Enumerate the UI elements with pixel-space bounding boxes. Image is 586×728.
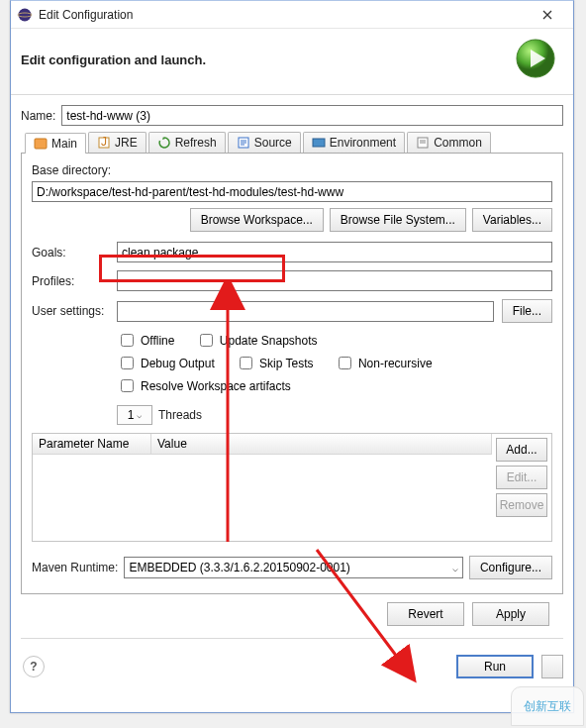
window-title: Edit Configuration	[39, 8, 528, 22]
offline-checkbox[interactable]: Offline	[117, 331, 174, 350]
tab-source[interactable]: Source	[228, 132, 301, 153]
name-label: Name:	[21, 109, 55, 123]
threads-select[interactable]: 1⌵	[117, 405, 152, 425]
maven-runtime-label: Maven Runtime:	[32, 561, 118, 574]
name-input[interactable]	[61, 105, 563, 126]
edit-param-button: Edit...	[496, 466, 547, 489]
add-param-button[interactable]: Add...	[496, 438, 547, 462]
title-bar: Edit Configuration	[11, 1, 573, 29]
profiles-input[interactable]	[117, 270, 552, 291]
revert-button[interactable]: Revert	[387, 602, 464, 626]
base-directory-input[interactable]	[32, 181, 552, 202]
parameters-table: Parameter Name Value Add... Edit... Remo…	[32, 433, 552, 542]
help-icon[interactable]: ?	[23, 656, 45, 677]
svg-rect-3	[35, 139, 47, 149]
tab-main[interactable]: Main	[25, 133, 86, 154]
user-settings-label: User settings:	[32, 304, 109, 318]
run-icon	[514, 37, 557, 80]
resolve-workspace-checkbox[interactable]: Resolve Workspace artifacts	[117, 376, 291, 395]
non-recursive-checkbox[interactable]: Non-recursive	[335, 354, 433, 372]
update-snapshots-checkbox[interactable]: Update Snapshots	[196, 331, 318, 350]
tab-common[interactable]: Common	[407, 132, 491, 153]
dialog-header: Edit configuration and launch.	[11, 29, 573, 95]
goals-label: Goals:	[32, 246, 109, 260]
browse-filesystem-button[interactable]: Browse File System...	[330, 208, 466, 232]
maven-runtime-select[interactable]: EMBEDDED (3.3.3/1.6.2.20150902-0001) ⌵	[124, 557, 463, 578]
file-button[interactable]: File...	[502, 299, 552, 323]
table-body[interactable]	[33, 455, 492, 541]
profiles-label: Profiles:	[32, 274, 109, 288]
table-header: Parameter Name Value	[33, 434, 492, 455]
tab-panel-main: Base directory: Browse Workspace... Brow…	[21, 154, 563, 594]
svg-rect-7	[313, 139, 325, 147]
goals-input[interactable]	[117, 242, 552, 262]
chevron-down-icon: ⌵	[452, 563, 458, 573]
watermark: 创新互联	[511, 686, 584, 726]
debug-output-checkbox[interactable]: Debug Output	[117, 354, 215, 372]
variables-button[interactable]: Variables...	[472, 208, 552, 232]
browse-workspace-button[interactable]: Browse Workspace...	[190, 208, 324, 232]
base-directory-label: Base directory:	[32, 163, 552, 177]
remove-param-button: Remove	[496, 493, 547, 517]
svg-text:J: J	[101, 136, 107, 149]
col-parameter-name[interactable]: Parameter Name	[33, 434, 151, 454]
apply-button[interactable]: Apply	[472, 602, 549, 626]
eclipse-icon	[17, 7, 33, 23]
close-dialog-button[interactable]	[541, 655, 563, 678]
dialog: Edit Configuration Edit configuration an…	[10, 0, 574, 713]
close-button[interactable]	[528, 3, 567, 27]
tab-jre[interactable]: JJRE	[88, 132, 146, 153]
configure-button[interactable]: Configure...	[469, 556, 552, 579]
separator	[21, 638, 563, 639]
skip-tests-checkbox[interactable]: Skip Tests	[236, 354, 313, 372]
user-settings-input[interactable]	[117, 301, 494, 322]
col-value[interactable]: Value	[151, 434, 492, 454]
threads-label: Threads	[158, 408, 202, 422]
tab-bar: Main JJRE Refresh Source Environment Com…	[21, 132, 563, 154]
run-button[interactable]: Run	[456, 655, 534, 678]
svg-point-0	[19, 8, 32, 21]
header-text: Edit configuration and launch.	[21, 51, 514, 67]
tab-environment[interactable]: Environment	[303, 132, 405, 153]
tab-refresh[interactable]: Refresh	[148, 132, 226, 153]
